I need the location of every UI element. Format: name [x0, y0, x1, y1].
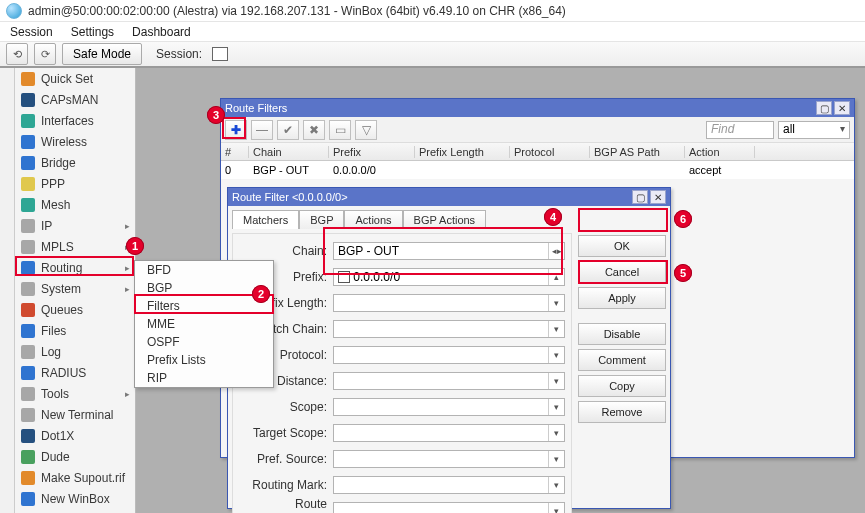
comment-button[interactable]: ▭	[329, 120, 351, 140]
minimize-icon[interactable]: ▢	[816, 101, 832, 115]
tab-matchers[interactable]: Matchers	[232, 210, 299, 229]
sidebar-item-ppp[interactable]: PPP	[15, 173, 136, 194]
comment-button[interactable]: Comment	[578, 349, 666, 371]
col-protocol[interactable]: Protocol	[510, 146, 590, 158]
sidebar-item-dude[interactable]: Dude	[15, 446, 136, 467]
remove-button[interactable]: —	[251, 120, 273, 140]
tab-actions[interactable]: Actions	[344, 210, 402, 229]
cancel-button[interactable]: Cancel	[578, 261, 666, 283]
submenu-rip[interactable]: RIP	[135, 369, 273, 387]
routecomment-input[interactable]: ▾	[333, 502, 565, 513]
menu-icon	[21, 198, 35, 212]
chevron-down-icon[interactable]: ▾	[548, 347, 564, 363]
enable-button[interactable]: ✔	[277, 120, 299, 140]
distance-input[interactable]: ▾	[333, 372, 565, 390]
chevron-down-icon[interactable]: ▾	[548, 477, 564, 493]
sidebar-item-mesh[interactable]: Mesh	[15, 194, 136, 215]
add-button[interactable]: ✚	[225, 120, 247, 140]
col-prefix[interactable]: Prefix	[329, 146, 415, 158]
safe-mode-button[interactable]: Safe Mode	[62, 43, 142, 65]
sidebar-item-tools[interactable]: Tools▸	[15, 383, 136, 404]
sidebar-item-quick-set[interactable]: Quick Set	[15, 68, 136, 89]
sidebar-item-system[interactable]: System▸	[15, 278, 136, 299]
sidebar-item-capsman[interactable]: CAPsMAN	[15, 89, 136, 110]
dialog-tabs: Matchers BGP Actions BGP Actions	[232, 210, 666, 229]
sidebar-item-dot1x[interactable]: Dot1X	[15, 425, 136, 446]
submenu-prefixlists[interactable]: Prefix Lists	[135, 351, 273, 369]
filter-scope-select[interactable]: all	[778, 121, 850, 139]
menu-icon	[21, 450, 35, 464]
sidebar-item-exit[interactable]: Exit	[15, 509, 136, 513]
ok-button[interactable]: OK	[578, 235, 666, 257]
col-prefixlen[interactable]: Prefix Length	[415, 146, 510, 158]
submenu-bfd[interactable]: BFD	[135, 261, 273, 279]
forward-button[interactable]: ⟳	[34, 43, 56, 65]
menu-settings[interactable]: Settings	[71, 25, 114, 39]
sidebar-item-new-terminal[interactable]: New Terminal	[15, 404, 136, 425]
col-aspath[interactable]: BGP AS Path	[590, 146, 685, 158]
prefixlen-input[interactable]: ▾	[333, 294, 565, 312]
apply-button[interactable]: Apply	[578, 287, 666, 309]
sidebar-item-log[interactable]: Log	[15, 341, 136, 362]
find-input[interactable]: Find	[706, 121, 774, 139]
prefix-input[interactable]: 0.0.0.0/0▴	[333, 268, 565, 286]
menu-session[interactable]: Session	[10, 25, 53, 39]
copy-button[interactable]: Copy	[578, 375, 666, 397]
submenu-mme[interactable]: MME	[135, 315, 273, 333]
submenu-filters[interactable]: Filters	[135, 297, 273, 315]
tab-bgp[interactable]: BGP	[299, 210, 344, 229]
sidebar-item-ip[interactable]: IP▸	[15, 215, 136, 236]
submenu-ospf[interactable]: OSPF	[135, 333, 273, 351]
session-indicator	[212, 47, 228, 61]
disable-button[interactable]: Disable	[578, 323, 666, 345]
prefix-neg-checkbox[interactable]	[338, 271, 350, 283]
matchchain-input[interactable]: ▾	[333, 320, 565, 338]
prefsource-input[interactable]: ▾	[333, 450, 565, 468]
chevron-down-icon[interactable]: ▾	[548, 425, 564, 441]
menu-dashboard[interactable]: Dashboard	[132, 25, 191, 39]
submenu-bgp[interactable]: BGP	[135, 279, 273, 297]
col-chain[interactable]: Chain	[249, 146, 329, 158]
sidebar-item-make-supout-rif[interactable]: Make Supout.rif	[15, 467, 136, 488]
chevron-down-icon[interactable]: ▾	[548, 295, 564, 311]
sidebar-item-interfaces[interactable]: Interfaces	[15, 110, 136, 131]
sidebar-item-bridge[interactable]: Bridge	[15, 152, 136, 173]
col-action[interactable]: Action	[685, 146, 755, 158]
chain-input[interactable]: BGP - OUT◂▸	[333, 242, 565, 260]
filter-icon[interactable]: ▽	[355, 120, 377, 140]
disable-button[interactable]: ✖	[303, 120, 325, 140]
tab-bgp-actions[interactable]: BGP Actions	[403, 210, 487, 229]
chevron-down-icon[interactable]: ▾	[548, 451, 564, 467]
scope-input[interactable]: ▾	[333, 398, 565, 416]
sidebar-item-mpls[interactable]: MPLS▸	[15, 236, 136, 257]
app-icon	[6, 3, 22, 19]
sidebar-item-new-winbox[interactable]: New WinBox	[15, 488, 136, 509]
back-button[interactable]: ⟲	[6, 43, 28, 65]
protocol-input[interactable]: ▾	[333, 346, 565, 364]
routingmark-input[interactable]: ▾	[333, 476, 565, 494]
sidebar-item-label: New Terminal	[41, 408, 113, 422]
close-icon[interactable]: ✕	[650, 190, 666, 204]
chevron-down-icon[interactable]: ▾	[548, 321, 564, 337]
col-num[interactable]: #	[221, 146, 249, 158]
table-row[interactable]: 0 BGP - OUT 0.0.0.0/0 accept	[221, 161, 854, 179]
minimize-icon[interactable]: ▢	[632, 190, 648, 204]
sidebar-item-files[interactable]: Files	[15, 320, 136, 341]
chevron-down-icon[interactable]: ▾	[548, 503, 564, 513]
sidebar-item-wireless[interactable]: Wireless	[15, 131, 136, 152]
chain-label: Chain:	[239, 244, 327, 258]
chevron-down-icon[interactable]: ▾	[548, 373, 564, 389]
remove-button[interactable]: Remove	[578, 401, 666, 423]
sidebar-item-queues[interactable]: Queues	[15, 299, 136, 320]
chevron-down-icon[interactable]: ◂▸	[548, 243, 564, 259]
sidebar-item-routing[interactable]: Routing▸	[15, 257, 136, 278]
chevron-down-icon[interactable]: ▾	[548, 399, 564, 415]
route-filters-titlebar[interactable]: Route Filters ▢ ✕	[221, 99, 854, 117]
route-filters-grid[interactable]: # Chain Prefix Prefix Length Protocol BG…	[221, 143, 854, 179]
close-icon[interactable]: ✕	[834, 101, 850, 115]
chevron-up-icon[interactable]: ▴	[548, 269, 564, 285]
sidebar-handle[interactable]	[0, 68, 15, 513]
sidebar-item-radius[interactable]: RADIUS	[15, 362, 136, 383]
targetscope-input[interactable]: ▾	[333, 424, 565, 442]
dialog-titlebar[interactable]: Route Filter <0.0.0.0/0> ▢ ✕	[228, 188, 670, 206]
